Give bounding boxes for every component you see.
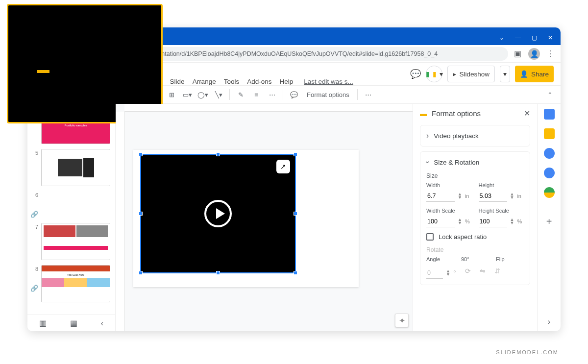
menu-slide[interactable]: Slide: [170, 78, 185, 85]
watermark: SLIDEMODEL.COM: [496, 349, 559, 355]
slideshow-button[interactable]: ▸ Slideshow: [447, 66, 495, 82]
height-input[interactable]: [479, 190, 507, 202]
more-tools-icon[interactable]: ⋯: [362, 88, 375, 101]
width-input[interactable]: [426, 190, 455, 202]
ruler-horizontal: [124, 104, 413, 112]
rotate-90-icon[interactable]: ⟳: [465, 267, 471, 279]
slide-canvas[interactable]: ↗ ✦: [116, 104, 413, 331]
collapse-filmstrip-icon[interactable]: ‹: [101, 319, 103, 328]
height-scale-stepper[interactable]: ▲▼: [510, 218, 514, 225]
resize-handle-n[interactable]: [216, 152, 220, 156]
flip-v-icon[interactable]: ⇵: [494, 267, 500, 279]
filmstrip-view-icon[interactable]: ▥: [39, 318, 47, 328]
play-icon[interactable]: [204, 200, 232, 227]
calendar-icon[interactable]: [544, 109, 555, 120]
meet-button[interactable]: ▮▮▾: [426, 66, 442, 82]
slide-thumb-7[interactable]: [41, 223, 110, 260]
resize-handle-ne[interactable]: [294, 152, 297, 156]
contacts-icon[interactable]: [544, 168, 555, 178]
border-color-icon[interactable]: ✎: [234, 88, 247, 101]
last-edit-status[interactable]: Last edit was s...: [304, 78, 353, 85]
collapse-toolbar-icon[interactable]: ⌃: [543, 88, 557, 101]
resize-handle-se[interactable]: [294, 271, 297, 275]
close-panel-icon[interactable]: ✕: [524, 109, 530, 118]
resize-handle-e[interactable]: [294, 212, 297, 216]
explore-button[interactable]: ✦: [395, 314, 409, 327]
share-button[interactable]: 👤 Share: [515, 66, 554, 82]
size-rotation-toggle[interactable]: Size & Rotation: [426, 158, 524, 167]
shape-icon[interactable]: ◯▾: [196, 88, 210, 101]
tasks-icon[interactable]: [544, 148, 555, 159]
menu-arrange[interactable]: Arrange: [193, 78, 216, 85]
ruler-vertical: [116, 112, 124, 331]
link-indicator-icon: 🔗: [30, 285, 38, 292]
format-options-panel: ▬ Format options ✕ Video playback Size &…: [413, 104, 537, 331]
grid-view-icon[interactable]: ▦: [70, 318, 77, 328]
window-maximize-icon[interactable]: ▢: [532, 34, 537, 41]
current-slide[interactable]: ↗: [133, 150, 359, 287]
format-panel-title: Format options: [432, 109, 519, 118]
slide-thumb-8[interactable]: Title Goes Here: [41, 265, 110, 302]
resize-handle-sw[interactable]: [139, 271, 143, 275]
lock-aspect-label: Lock aspect ratio: [439, 233, 487, 241]
maps-icon[interactable]: [544, 187, 555, 198]
keep-icon[interactable]: [544, 128, 555, 139]
line-icon[interactable]: ╲▾: [212, 88, 225, 101]
side-panel: + ›: [537, 104, 561, 331]
addons-plus-icon[interactable]: +: [546, 216, 552, 227]
width-scale-input[interactable]: [426, 216, 455, 227]
angle-input[interactable]: [426, 267, 443, 279]
resize-handle-w[interactable]: [139, 212, 143, 216]
width-scale-stepper[interactable]: ▲▼: [458, 218, 462, 225]
link-indicator-icon: 🔗: [30, 211, 38, 218]
height-scale-input[interactable]: [479, 216, 507, 227]
format-panel-icon: ▬: [420, 110, 427, 118]
window-minimize-icon[interactable]: —: [515, 34, 521, 41]
comment-icon[interactable]: 💬: [287, 88, 301, 101]
menu-addons[interactable]: Add-ons: [247, 78, 271, 85]
slide-thumb-6[interactable]: [27, 104, 115, 122]
lock-aspect-checkbox[interactable]: [426, 233, 434, 241]
browser-menu-icon[interactable]: ⋮: [547, 49, 555, 58]
window-close-icon[interactable]: ✕: [548, 34, 553, 41]
filmstrip: Portfolio samples 5 6🔗 7 8🔗 Title Goes H…: [27, 104, 116, 331]
resize-handle-nw[interactable]: [139, 152, 143, 156]
menu-tools[interactable]: Tools: [224, 78, 240, 85]
split-tab-icon[interactable]: ▣: [514, 49, 521, 58]
size-heading: Size: [426, 172, 524, 179]
profile-avatar[interactable]: 👤: [528, 48, 540, 60]
video-object[interactable]: ↗: [141, 155, 295, 272]
format-options-button[interactable]: Format options: [303, 91, 353, 98]
height-stepper[interactable]: ▲▼: [510, 193, 514, 199]
video-playback-section[interactable]: Video playback: [420, 125, 530, 146]
flip-h-icon[interactable]: ⇋: [480, 267, 486, 279]
image-icon[interactable]: ▭▾: [180, 88, 194, 101]
hide-sidepanel-icon[interactable]: ›: [548, 317, 550, 326]
border-dash-icon[interactable]: ⋯: [265, 88, 279, 101]
url-path: /presentation/d/1KBPEloajdHb8C4jyPDMOxdu…: [145, 50, 438, 57]
textbox-icon[interactable]: ⊞: [165, 88, 178, 101]
resize-handle-s[interactable]: [216, 271, 220, 275]
popout-icon[interactable]: ↗: [276, 160, 290, 173]
size-rotation-section: Size & Rotation Size Width ▲▼ in: [420, 151, 530, 285]
comments-icon[interactable]: 💬: [410, 69, 421, 79]
slide-thumb-5[interactable]: [41, 149, 110, 186]
width-stepper[interactable]: ▲▼: [458, 193, 462, 199]
slideshow-dropdown[interactable]: ▾: [500, 66, 510, 82]
border-weight-icon[interactable]: ≡: [249, 88, 263, 101]
window-dropdown-icon[interactable]: ⌄: [499, 34, 504, 41]
menu-help[interactable]: Help: [279, 78, 293, 85]
